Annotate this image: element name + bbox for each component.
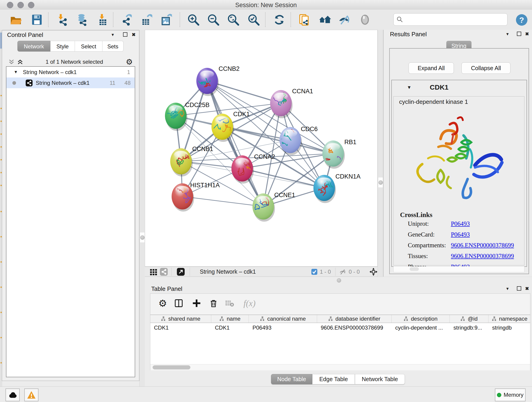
column-header-namespace[interactable]: namespace xyxy=(488,315,530,323)
function-builder-button-disabled[interactable]: f(x) xyxy=(241,298,258,309)
panel-menu-caret-icon[interactable]: ▾ xyxy=(506,31,509,37)
toolbar-separator xyxy=(113,12,114,27)
export-network-button[interactable] xyxy=(120,13,133,26)
network-canvas[interactable]: CCNB2CCNA1CDC25BCDK1CDC6RB1CCNB1CCNA2CDK… xyxy=(145,30,378,267)
crosslink-label: GeneCard: xyxy=(408,231,435,238)
column-header-database-identifier[interactable]: database identifier xyxy=(317,315,392,323)
float-panel-icon[interactable] xyxy=(123,32,127,37)
network-view-title: String Network – cdk1 xyxy=(200,268,256,275)
table-scroll-thumb[interactable] xyxy=(152,365,190,370)
float-panel-icon[interactable] xyxy=(517,286,521,291)
warnings-button[interactable] xyxy=(24,389,38,401)
import-network-from-file-button[interactable] xyxy=(56,13,69,26)
column-header-name[interactable]: name xyxy=(211,315,249,323)
hide-graphics-details-button[interactable] xyxy=(338,13,351,26)
column-header-shared-name[interactable]: shared name xyxy=(150,315,211,323)
birds-eye-view-button[interactable] xyxy=(150,268,157,276)
horizontal-splitter[interactable] xyxy=(145,277,532,284)
table-options-gear-icon[interactable]: ⚙ xyxy=(157,298,168,309)
panel-menu-caret-icon[interactable]: ▾ xyxy=(506,286,509,291)
import-table-from-file-button[interactable] xyxy=(96,13,109,26)
column-header-canonical-name[interactable]: canonical name xyxy=(249,315,317,323)
hidden-indicator[interactable]: 0 - 0 xyxy=(339,268,360,276)
save-session-button[interactable] xyxy=(31,13,43,26)
delete-column-button[interactable] xyxy=(208,298,219,309)
pan-mode-button[interactable] xyxy=(369,268,378,276)
tab-network[interactable]: Network xyxy=(17,41,51,51)
tab-network-table[interactable]: Network Table xyxy=(355,374,405,384)
show-columns-button[interactable] xyxy=(173,298,184,309)
float-panel-icon[interactable] xyxy=(517,32,521,36)
tab-edge-table[interactable]: Edge Table xyxy=(312,374,355,384)
open-session-button[interactable] xyxy=(9,13,22,26)
network-collection-row[interactable]: ▼ String Network – cdk1 1 xyxy=(6,67,135,77)
add-column-button[interactable] xyxy=(191,298,202,309)
network-node-HIST1H1A[interactable]: HIST1H1A xyxy=(172,177,220,211)
crosslink-link[interactable]: P06493 xyxy=(451,231,470,238)
string-view-button[interactable] xyxy=(160,268,168,276)
tab-sets[interactable]: Sets xyxy=(102,41,123,51)
selected-indicator[interactable]: 1 - 0 xyxy=(311,268,331,276)
zoom-in-icon xyxy=(187,13,200,26)
zoom-out-button[interactable] xyxy=(207,13,220,26)
export-table-button[interactable] xyxy=(140,13,153,26)
results-scroll-thumb[interactable] xyxy=(410,267,419,271)
help-button[interactable]: ? xyxy=(516,14,527,26)
left-splitter-grip[interactable] xyxy=(140,232,145,243)
left-splitter[interactable] xyxy=(139,30,145,386)
panel-menu-caret-icon[interactable]: ▾ xyxy=(112,32,114,37)
open-in-new-window-button[interactable] xyxy=(177,268,185,276)
refresh-view-button[interactable] xyxy=(273,13,286,26)
network-node-CCNB2[interactable]: CCNB2 xyxy=(193,65,240,96)
network-node-RB1[interactable]: RB1 xyxy=(322,139,356,169)
table-row[interactable]: CDK1 CDK1 P06493 9606.ENSP00000378699 cy… xyxy=(150,323,530,332)
column-header-description[interactable]: description xyxy=(392,315,450,323)
show-home-panels-button[interactable] xyxy=(318,13,331,26)
table-horizontal-scrollbar[interactable] xyxy=(150,364,530,370)
collection-caret-icon[interactable]: ▼ xyxy=(14,70,18,75)
tab-select[interactable]: Select xyxy=(75,41,102,51)
close-panel-icon[interactable]: ✖ xyxy=(525,286,529,291)
crosslink-link[interactable]: 9606.ENSP00000378699 xyxy=(451,253,514,260)
network-node-CCNA1[interactable]: CCNA1 xyxy=(263,88,313,118)
crosslink-link[interactable]: P06493 xyxy=(451,220,470,227)
results-scrollbar[interactable] xyxy=(393,266,525,272)
zoom-selected-button[interactable] xyxy=(247,13,260,26)
tab-style[interactable]: Style xyxy=(51,41,75,51)
show-graphics-details-button[interactable] xyxy=(359,13,371,26)
collapse-all-button[interactable]: Collapse All xyxy=(462,62,510,74)
collapse-gene-caret-icon[interactable]: ▼ xyxy=(407,85,412,90)
delete-table-button-disabled[interactable] xyxy=(224,298,235,309)
export-image-button[interactable] xyxy=(160,13,173,26)
network-node-CCNB1[interactable]: CCNB1 xyxy=(170,146,213,177)
network-options-gear-icon[interactable]: ⚙ xyxy=(126,57,133,66)
right-splitter-grip[interactable] xyxy=(378,177,383,188)
tab-node-table[interactable]: Node Table xyxy=(271,374,312,384)
expand-all-icon[interactable] xyxy=(17,59,24,65)
expand-all-button[interactable]: Expand All xyxy=(409,62,454,74)
import-network-from-database-button[interactable] xyxy=(76,13,89,26)
close-panel-icon[interactable]: ✖ xyxy=(132,32,136,37)
zoom-in-button[interactable] xyxy=(187,13,200,26)
collapse-all-icon[interactable] xyxy=(8,59,15,65)
network-row-selected[interactable]: String Network – cdk1 11 48 xyxy=(6,77,135,88)
network-graph[interactable]: CCNB2CCNA1CDC25BCDK1CDC6RB1CCNB1CCNA2CDK… xyxy=(145,30,377,267)
network-node-CDKN1A[interactable]: CDKN1A xyxy=(313,173,361,203)
import-string-network-button[interactable] xyxy=(298,13,311,26)
right-splitter[interactable] xyxy=(378,30,384,277)
crosslink-row: Uniprot: P06493 xyxy=(394,220,524,230)
close-panel-icon[interactable]: ✖ xyxy=(525,31,529,37)
column-header-id[interactable]: @id xyxy=(450,315,488,323)
hsplitter-grip[interactable] xyxy=(337,278,341,283)
network-node-CDC25B[interactable]: CDC25B xyxy=(165,102,210,131)
crosslink-link[interactable]: 9606.ENSP00000378699 xyxy=(451,242,514,249)
zoom-fit-button[interactable] xyxy=(227,13,240,26)
network-selection-summary: 1 of 1 Network selected xyxy=(46,59,103,65)
network-node-CCNE1[interactable]: CCNE1 xyxy=(253,191,295,222)
network-node-CDK1[interactable]: CDK1 xyxy=(208,111,250,142)
search-input[interactable] xyxy=(405,16,505,23)
cloud-services-button[interactable] xyxy=(6,389,20,401)
memory-button[interactable]: Memory xyxy=(495,389,526,401)
network-node-CDC6[interactable]: CDC6 xyxy=(274,123,317,155)
gene-card-header[interactable]: ▼ CDK1 xyxy=(392,83,526,91)
